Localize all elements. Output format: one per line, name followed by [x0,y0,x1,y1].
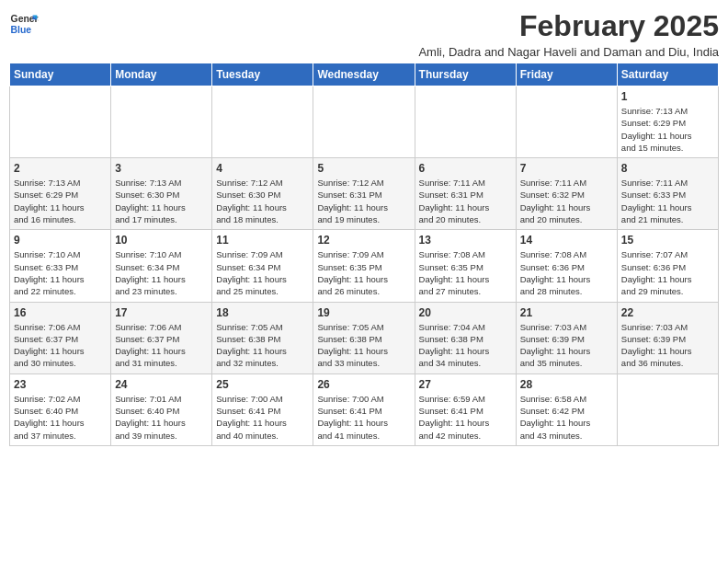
calendar-cell: 19Sunrise: 7:05 AM Sunset: 6:38 PM Dayli… [313,302,415,373]
day-info: Sunrise: 7:11 AM Sunset: 6:32 PM Dayligh… [520,177,613,225]
calendar-cell: 23Sunrise: 7:02 AM Sunset: 6:40 PM Dayli… [10,373,111,445]
day-number: 15 [621,234,714,247]
calendar-cell: 2Sunrise: 7:13 AM Sunset: 6:29 PM Daylig… [10,158,111,230]
day-info: Sunrise: 7:02 AM Sunset: 6:40 PM Dayligh… [14,393,107,442]
col-header-monday: Monday [111,63,212,86]
subtitle: Amli, Dadra and Nagar Haveli and Daman a… [418,45,719,59]
calendar-cell: 6Sunrise: 7:11 AM Sunset: 6:31 PM Daylig… [415,158,516,230]
day-number: 6 [419,162,512,175]
calendar-cell [10,86,111,158]
day-number: 21 [520,306,613,319]
day-number: 27 [419,378,512,391]
calendar-cell [212,86,313,158]
title-block: February 2025 Amli, Dadra and Nagar Have… [418,9,719,59]
calendar-cell: 28Sunrise: 6:58 AM Sunset: 6:42 PM Dayli… [516,373,617,445]
calendar-cell: 18Sunrise: 7:05 AM Sunset: 6:38 PM Dayli… [212,302,313,373]
day-info: Sunrise: 7:06 AM Sunset: 6:37 PM Dayligh… [14,321,107,370]
day-info: Sunrise: 7:09 AM Sunset: 6:35 PM Dayligh… [317,248,410,297]
col-header-sunday: Sunday [10,63,111,86]
day-info: Sunrise: 7:06 AM Sunset: 6:37 PM Dayligh… [115,321,208,370]
calendar-week-4: 23Sunrise: 7:02 AM Sunset: 6:40 PM Dayli… [10,373,719,445]
day-info: Sunrise: 7:12 AM Sunset: 6:31 PM Dayligh… [317,177,410,225]
day-info: Sunrise: 7:08 AM Sunset: 6:35 PM Dayligh… [419,248,512,297]
day-number: 20 [419,306,512,319]
calendar-cell: 24Sunrise: 7:01 AM Sunset: 6:40 PM Dayli… [111,373,212,445]
day-info: Sunrise: 7:11 AM Sunset: 6:33 PM Dayligh… [621,177,714,225]
day-number: 5 [317,162,410,175]
calendar-cell: 3Sunrise: 7:13 AM Sunset: 6:30 PM Daylig… [111,158,212,230]
day-number: 1 [621,90,714,103]
day-number: 22 [621,306,714,319]
day-number: 26 [317,378,410,391]
calendar-cell: 22Sunrise: 7:03 AM Sunset: 6:39 PM Dayli… [617,302,718,373]
svg-text:Blue: Blue [11,25,32,35]
day-number: 11 [216,234,309,247]
calendar-cell: 12Sunrise: 7:09 AM Sunset: 6:35 PM Dayli… [313,230,415,302]
calendar-cell: 16Sunrise: 7:06 AM Sunset: 6:37 PM Dayli… [10,302,111,373]
calendar-header-row: SundayMondayTuesdayWednesdayThursdayFrid… [10,63,719,86]
calendar-cell [111,86,212,158]
day-info: Sunrise: 7:13 AM Sunset: 6:29 PM Dayligh… [14,177,107,225]
col-header-thursday: Thursday [415,63,516,86]
day-number: 10 [115,234,208,247]
logo-icon: General Blue [9,9,39,39]
day-info: Sunrise: 7:00 AM Sunset: 6:41 PM Dayligh… [216,393,309,442]
calendar-cell: 9Sunrise: 7:10 AM Sunset: 6:33 PM Daylig… [10,230,111,302]
day-info: Sunrise: 7:11 AM Sunset: 6:31 PM Dayligh… [419,177,512,225]
col-header-saturday: Saturday [617,63,718,86]
day-number: 12 [317,234,410,247]
col-header-friday: Friday [516,63,617,86]
calendar-cell: 11Sunrise: 7:09 AM Sunset: 6:34 PM Dayli… [212,230,313,302]
day-info: Sunrise: 7:13 AM Sunset: 6:29 PM Dayligh… [621,105,714,154]
day-number: 28 [520,378,613,391]
day-number: 17 [115,306,208,319]
col-header-wednesday: Wednesday [313,63,415,86]
calendar-week-1: 2Sunrise: 7:13 AM Sunset: 6:29 PM Daylig… [10,158,719,230]
page-header: General Blue February 2025 Amli, Dadra a… [9,9,719,59]
day-info: Sunrise: 6:59 AM Sunset: 6:41 PM Dayligh… [419,393,512,442]
day-number: 25 [216,378,309,391]
calendar-cell: 20Sunrise: 7:04 AM Sunset: 6:38 PM Dayli… [415,302,516,373]
day-info: Sunrise: 7:08 AM Sunset: 6:36 PM Dayligh… [520,248,613,297]
calendar-cell [617,373,718,445]
day-info: Sunrise: 7:03 AM Sunset: 6:39 PM Dayligh… [621,321,714,370]
col-header-tuesday: Tuesday [212,63,313,86]
day-info: Sunrise: 7:04 AM Sunset: 6:38 PM Dayligh… [419,321,512,370]
calendar-week-3: 16Sunrise: 7:06 AM Sunset: 6:37 PM Dayli… [10,302,719,373]
day-number: 9 [14,234,107,247]
day-info: Sunrise: 7:00 AM Sunset: 6:41 PM Dayligh… [317,393,410,442]
calendar-cell: 14Sunrise: 7:08 AM Sunset: 6:36 PM Dayli… [516,230,617,302]
day-info: Sunrise: 7:07 AM Sunset: 6:36 PM Dayligh… [621,248,714,297]
day-number: 19 [317,306,410,319]
day-number: 18 [216,306,309,319]
day-number: 16 [14,306,107,319]
calendar-cell: 10Sunrise: 7:10 AM Sunset: 6:34 PM Dayli… [111,230,212,302]
day-info: Sunrise: 7:03 AM Sunset: 6:39 PM Dayligh… [520,321,613,370]
calendar-cell: 25Sunrise: 7:00 AM Sunset: 6:41 PM Dayli… [212,373,313,445]
day-info: Sunrise: 7:12 AM Sunset: 6:30 PM Dayligh… [216,177,309,225]
day-number: 8 [621,162,714,175]
day-number: 23 [14,378,107,391]
day-number: 14 [520,234,613,247]
day-info: Sunrise: 6:58 AM Sunset: 6:42 PM Dayligh… [520,393,613,442]
calendar-table: SundayMondayTuesdayWednesdayThursdayFrid… [9,63,719,446]
day-info: Sunrise: 7:09 AM Sunset: 6:34 PM Dayligh… [216,248,309,297]
calendar-week-2: 9Sunrise: 7:10 AM Sunset: 6:33 PM Daylig… [10,230,719,302]
calendar-cell: 7Sunrise: 7:11 AM Sunset: 6:32 PM Daylig… [516,158,617,230]
logo: General Blue [9,9,39,39]
calendar-cell [516,86,617,158]
day-info: Sunrise: 7:10 AM Sunset: 6:33 PM Dayligh… [14,248,107,297]
calendar-cell [415,86,516,158]
calendar-cell: 17Sunrise: 7:06 AM Sunset: 6:37 PM Dayli… [111,302,212,373]
calendar-cell: 8Sunrise: 7:11 AM Sunset: 6:33 PM Daylig… [617,158,718,230]
day-info: Sunrise: 7:05 AM Sunset: 6:38 PM Dayligh… [317,321,410,370]
day-number: 7 [520,162,613,175]
day-info: Sunrise: 7:05 AM Sunset: 6:38 PM Dayligh… [216,321,309,370]
day-number: 24 [115,378,208,391]
month-year: February 2025 [418,9,719,43]
day-number: 3 [115,162,208,175]
day-info: Sunrise: 7:10 AM Sunset: 6:34 PM Dayligh… [115,248,208,297]
day-info: Sunrise: 7:13 AM Sunset: 6:30 PM Dayligh… [115,177,208,225]
calendar-cell: 27Sunrise: 6:59 AM Sunset: 6:41 PM Dayli… [415,373,516,445]
calendar-cell: 26Sunrise: 7:00 AM Sunset: 6:41 PM Dayli… [313,373,415,445]
